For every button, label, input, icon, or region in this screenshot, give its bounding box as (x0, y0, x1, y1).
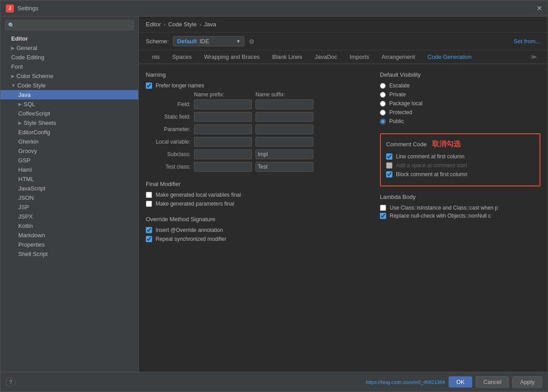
tab-indent[interactable]: nts (146, 50, 166, 64)
sidebar-item-markdown[interactable]: Markdown (0, 231, 138, 240)
lambda-null-checkbox[interactable] (380, 213, 386, 219)
vis-package-radio[interactable] (380, 101, 386, 107)
tab-wrapping[interactable]: Wrapping and Braces (198, 50, 266, 64)
final-params-checkbox[interactable] (146, 201, 152, 207)
ok-button[interactable]: OK (449, 376, 472, 388)
override-sync-label[interactable]: Repeat synchronized modifier (156, 236, 227, 242)
static-field-suffix-input[interactable] (255, 112, 313, 122)
visibility-private-row: Private (380, 91, 540, 98)
sidebar-item-jspx[interactable]: JSPX (0, 212, 138, 221)
field-suffix-input[interactable] (255, 99, 313, 109)
search-box[interactable]: 🔍 (5, 20, 134, 30)
vis-protected-radio[interactable] (380, 110, 386, 116)
add-space-checkbox[interactable] (386, 162, 392, 169)
sidebar-item-color-scheme[interactable]: ▶ Color Scheme (0, 71, 138, 81)
sidebar-item-code-editing[interactable]: Code Editing (0, 53, 138, 62)
field-prefix-input[interactable] (194, 99, 252, 109)
sidebar-item-gsp[interactable]: GSP (0, 156, 138, 165)
subclass-suffix-input[interactable] (255, 149, 313, 159)
tab-imports[interactable]: Imports (343, 50, 375, 64)
search-input[interactable] (16, 22, 131, 29)
sidebar-item-coffeescript[interactable]: CoffeeScript (0, 109, 138, 118)
add-space-label[interactable]: Add a space at comment start (396, 162, 467, 169)
test-class-prefix-input[interactable] (194, 162, 252, 172)
tab-blank-lines[interactable]: Blank Lines (266, 50, 309, 64)
vis-escalate-radio[interactable] (380, 83, 386, 89)
visibility-protected-row: Protected (380, 109, 540, 116)
close-button[interactable]: ✕ (536, 4, 542, 12)
dropdown-arrow-icon: ▼ (236, 39, 240, 44)
final-modifier-section: Final Modifier Make generated local vari… (146, 181, 369, 207)
block-comment-checkbox[interactable] (386, 171, 392, 177)
lambda-null-label[interactable]: Replace null-check with Objects::nonNull… (390, 213, 491, 219)
local-var-prefix-input[interactable] (194, 137, 252, 147)
sidebar-item-sql[interactable]: ▶ SQL ⬜ (0, 99, 138, 109)
override-annotation-label[interactable]: Insert @Override annotation (156, 227, 223, 233)
tab-javadoc[interactable]: JavaDoc (309, 50, 344, 64)
sidebar-item-jsp[interactable]: JSP (0, 202, 138, 212)
sidebar-item-properties[interactable]: Properties (0, 240, 138, 249)
sidebar-item-style-sheets[interactable]: ▶ Style Sheets ⬜ (0, 118, 138, 128)
lambda-instance-checkbox[interactable] (380, 205, 386, 211)
apply-button[interactable]: Apply (512, 376, 542, 388)
line-comment-label[interactable]: Line comment at first column (396, 153, 464, 160)
vis-protected-label[interactable]: Protected (389, 109, 412, 116)
parameter-prefix-input[interactable] (194, 124, 252, 134)
set-from-link[interactable]: Set from... (514, 38, 540, 45)
block-comment-label[interactable]: Block comment at first column (396, 171, 467, 177)
static-field-prefix-input[interactable] (194, 112, 252, 122)
final-local-label[interactable]: Make generated local variables final (156, 192, 241, 198)
vis-escalate-label[interactable]: Escalate (389, 83, 410, 89)
vis-package-label[interactable]: Package local (389, 100, 423, 107)
prefer-longer-checkbox[interactable] (146, 83, 152, 89)
sidebar-item-gherkin[interactable]: Gherkin (0, 137, 138, 146)
sidebar-item-groovy[interactable]: Groovy (0, 146, 138, 156)
vis-public-label[interactable]: Public (389, 118, 404, 124)
sidebar-item-code-style[interactable]: ▼ Code Style (0, 81, 138, 90)
tab-more-button[interactable]: ≫ (527, 50, 540, 63)
sidebar: 🔍 Editor ▶ General Code Editing Font ▶ C… (0, 17, 139, 372)
left-column: Naming Prefer longer names Name prefix: … (146, 71, 369, 365)
cancel-button[interactable]: Cancel (476, 376, 509, 388)
final-params-label[interactable]: Make generated parameters final (156, 201, 234, 207)
parameter-suffix-input[interactable] (255, 124, 313, 134)
sidebar-item-kotlin[interactable]: Kotlin (0, 221, 138, 231)
sidebar-item-font[interactable]: Font (0, 62, 138, 71)
final-params-row: Make generated parameters final (146, 201, 369, 207)
scheme-select[interactable]: Default IDE ▼ (173, 36, 244, 46)
sidebar-item-label: Color Scheme (16, 73, 53, 79)
sidebar-item-label: Properties (18, 241, 45, 248)
final-local-checkbox[interactable] (146, 192, 152, 198)
sidebar-item-editor[interactable]: Editor (0, 34, 138, 43)
tab-code-generation[interactable]: Code Generation (421, 50, 478, 64)
bottom-bar: ? https://blog.csdn.com/m0_46821364 OK C… (0, 372, 548, 392)
override-sync-checkbox[interactable] (146, 236, 152, 242)
sidebar-item-html[interactable]: HTML (0, 174, 138, 184)
test-class-suffix-input[interactable] (255, 162, 313, 172)
sidebar-item-shell-script[interactable]: Shell Script (0, 249, 138, 259)
override-annotation-checkbox[interactable] (146, 227, 152, 233)
arrow-icon: ▶ (18, 102, 22, 107)
sidebar-item-haml[interactable]: Haml (0, 165, 138, 174)
sidebar-item-general[interactable]: ▶ General (0, 43, 138, 53)
arrow-icon: ▶ (11, 45, 15, 50)
line-comment-checkbox[interactable] (386, 153, 392, 160)
vis-private-radio[interactable] (380, 92, 386, 98)
vis-private-label[interactable]: Private (389, 91, 406, 98)
sidebar-item-java[interactable]: Java (0, 90, 138, 99)
tab-spaces[interactable]: Spaces (166, 50, 198, 64)
gear-button[interactable]: ⚙ (249, 38, 255, 45)
local-var-suffix-input[interactable] (255, 137, 313, 147)
lambda-instance-label[interactable]: Use Class::isInstance and Class::cast wh… (390, 205, 498, 211)
vis-public-radio[interactable] (380, 119, 386, 124)
comment-code-title: Comment Code (386, 141, 427, 148)
sidebar-item-editorconfig[interactable]: EditorConfig (0, 128, 138, 137)
prefer-longer-label[interactable]: Prefer longer names (156, 83, 204, 89)
right-column: Default Visibility Escalate Private Pack… (380, 71, 540, 365)
title-bar: J Settings ✕ (0, 0, 548, 17)
sidebar-item-json[interactable]: JSON (0, 193, 138, 202)
tab-arrangement[interactable]: Arrangement (375, 50, 421, 64)
help-button[interactable]: ? (6, 377, 16, 387)
sidebar-item-javascript[interactable]: JavaScript (0, 184, 138, 193)
subclass-prefix-input[interactable] (194, 149, 252, 159)
